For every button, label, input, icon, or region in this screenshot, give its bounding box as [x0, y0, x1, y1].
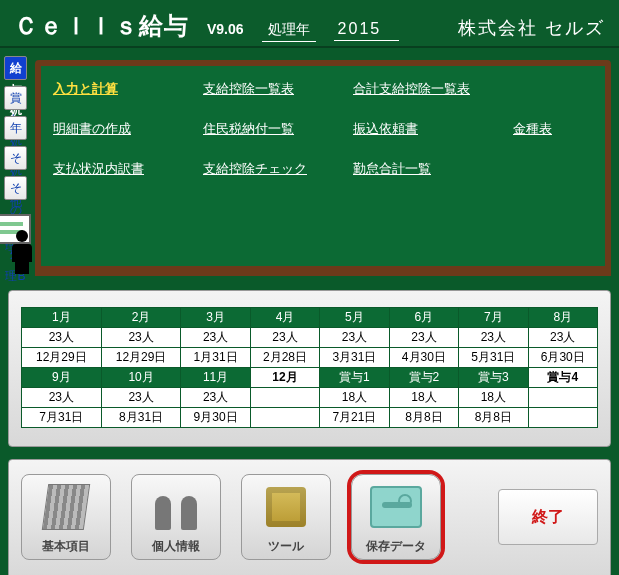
- cal-cell: 4月30日: [389, 348, 458, 368]
- sidebar-tab-4[interactable]: その他処理B: [4, 176, 27, 200]
- calendar-panel: 1月2月3月4月5月6月7月8月23人23人23人23人23人23人23人23人…: [8, 290, 611, 447]
- cal-cell[interactable]: 1月: [22, 308, 102, 328]
- cal-cell[interactable]: 賞与3: [459, 368, 528, 388]
- board-link-1-1[interactable]: 住民税納付一覧: [203, 120, 343, 138]
- board-link-0-1[interactable]: 支給控除一覧表: [203, 80, 343, 98]
- cal-cell: 23人: [250, 328, 319, 348]
- exit-button[interactable]: 終了: [498, 489, 598, 545]
- app-header: Ｃｅｌｌｓ給与 V9.06 処理年 2015 株式会社 セルズ: [0, 0, 619, 48]
- sidebar-tab-0[interactable]: 給与処理: [4, 56, 27, 80]
- cal-cell: 12月29日: [101, 348, 181, 368]
- tool-basic-label: 基本項目: [42, 538, 90, 555]
- cal-cell: 18人: [320, 388, 389, 408]
- cal-cell: 3月31日: [320, 348, 389, 368]
- cal-cell: 8月8日: [459, 408, 528, 428]
- tool-tools-label: ツール: [268, 538, 304, 555]
- cal-cell[interactable]: 10月: [101, 368, 181, 388]
- cal-cell: 7月31日: [22, 408, 102, 428]
- tool-person-label: 個人情報: [152, 538, 200, 555]
- cal-cell: 23人: [528, 328, 597, 348]
- board-link-1-0[interactable]: 明細書の作成: [53, 120, 193, 138]
- tools-icon: [266, 475, 306, 538]
- cal-cell: 7月21日: [320, 408, 389, 428]
- cal-cell[interactable]: 賞与2: [389, 368, 458, 388]
- cal-cell[interactable]: 6月: [389, 308, 458, 328]
- cal-cell: [528, 408, 597, 428]
- tool-save-label: 保存データ: [366, 538, 426, 555]
- cal-cell: [250, 408, 319, 428]
- menu-board: 入力と計算支給控除一覧表合計支給控除一覧表明細書の作成住民税納付一覧振込依頼書金…: [35, 60, 611, 272]
- tool-tools-button[interactable]: ツール: [241, 474, 331, 560]
- board-ledge: [35, 268, 611, 276]
- month-summary-table: 1月2月3月4月5月6月7月8月23人23人23人23人23人23人23人23人…: [21, 307, 598, 428]
- basic-icon: [45, 475, 87, 538]
- cal-cell[interactable]: 3月: [181, 308, 250, 328]
- cal-cell: 23人: [181, 388, 250, 408]
- cal-cell[interactable]: 賞与1: [320, 368, 389, 388]
- cal-cell: 5月31日: [459, 348, 528, 368]
- board-link-2-2[interactable]: 勤怠合計一覧: [353, 160, 503, 178]
- cal-cell: 9月30日: [181, 408, 250, 428]
- board-link-0-2[interactable]: 合計支給控除一覧表: [353, 80, 503, 98]
- cal-cell[interactable]: 2月: [101, 308, 181, 328]
- cal-cell: 23人: [320, 328, 389, 348]
- save-icon: [370, 475, 422, 538]
- cal-cell: 23人: [22, 388, 102, 408]
- cal-cell: [528, 388, 597, 408]
- cal-cell[interactable]: 賞与4: [528, 368, 597, 388]
- cal-cell[interactable]: 9月: [22, 368, 102, 388]
- board-link-2-0[interactable]: 支払状況内訳書: [53, 160, 193, 178]
- person-silhouette-icon: [10, 230, 34, 274]
- person-icon: [151, 475, 201, 538]
- cal-cell: 6月30日: [528, 348, 597, 368]
- sidebar-tab-2[interactable]: 年末処理: [4, 116, 27, 140]
- cal-cell[interactable]: 7月: [459, 308, 528, 328]
- cal-cell: 18人: [389, 388, 458, 408]
- bottom-toolbar: 基本項目 個人情報 ツール 保存データ 終了: [8, 459, 611, 575]
- cal-cell[interactable]: 11月: [181, 368, 250, 388]
- cal-cell[interactable]: 12月: [250, 368, 319, 388]
- cal-cell: 23人: [181, 328, 250, 348]
- sidebar-tab-3[interactable]: その他処理A: [4, 146, 27, 170]
- board-empty: [513, 80, 593, 98]
- board-empty: [513, 160, 593, 178]
- cal-cell[interactable]: 4月: [250, 308, 319, 328]
- cal-cell[interactable]: 5月: [320, 308, 389, 328]
- sidebar-tab-1[interactable]: 賞与処理: [4, 86, 27, 110]
- tool-person-button[interactable]: 個人情報: [131, 474, 221, 560]
- company-name: 株式会社 セルズ: [458, 16, 605, 40]
- cal-cell: [250, 388, 319, 408]
- sidebar: 給与処理 賞与処理 年末処理 その他処理A その他処理B: [0, 48, 31, 280]
- cal-cell: 23人: [101, 328, 181, 348]
- board-link-0-0[interactable]: 入力と計算: [53, 80, 193, 98]
- processing-year-value[interactable]: 2015: [334, 20, 400, 41]
- processing-year-label: 処理年: [262, 21, 316, 42]
- cal-cell: 23人: [101, 388, 181, 408]
- cal-cell: 1月31日: [181, 348, 250, 368]
- cal-cell[interactable]: 8月: [528, 308, 597, 328]
- cal-cell: 8月8日: [389, 408, 458, 428]
- cal-cell: 23人: [389, 328, 458, 348]
- cal-cell: 23人: [459, 328, 528, 348]
- board-link-1-3[interactable]: 金種表: [513, 120, 593, 138]
- board-link-2-1[interactable]: 支給控除チェック: [203, 160, 343, 178]
- cal-cell: 2月28日: [250, 348, 319, 368]
- cal-cell: 18人: [459, 388, 528, 408]
- app-version: V9.06: [207, 21, 244, 37]
- presenter-illustration: [4, 210, 27, 274]
- app-title: Ｃｅｌｌｓ給与: [14, 10, 189, 42]
- cal-cell: 23人: [22, 328, 102, 348]
- tool-save-button[interactable]: 保存データ: [351, 474, 441, 560]
- board-link-1-2[interactable]: 振込依頼書: [353, 120, 503, 138]
- tool-basic-button[interactable]: 基本項目: [21, 474, 111, 560]
- cal-cell: 8月31日: [101, 408, 181, 428]
- cal-cell: 12月29日: [22, 348, 102, 368]
